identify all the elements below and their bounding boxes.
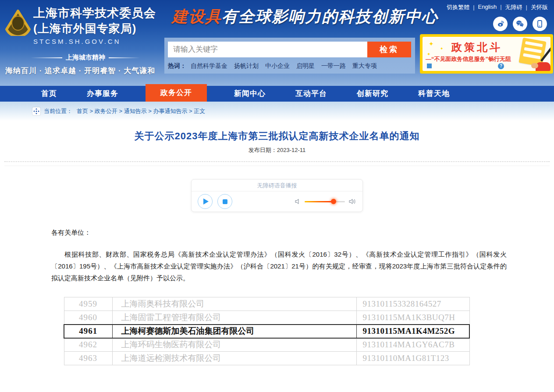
divider-line	[109, 57, 140, 58]
decor-square	[427, 64, 432, 68]
cell-credit-code: 913101153328164527	[356, 297, 469, 311]
nav-item[interactable]: 新闻中心	[231, 86, 268, 102]
sparkle-icon: ✦	[429, 40, 434, 47]
hotword-links: 自然科学基金扬帆计划中小企业启明星一带一路重大专项	[191, 62, 384, 70]
question-icon: ?	[498, 63, 504, 69]
table-row[interactable]: 4960 上海固雷工程管理有限公司 91310115MA1K3BUQ7H	[64, 311, 469, 325]
divider-line	[31, 57, 62, 58]
city-motto: 海纳百川 · 追求卓越 · 开明睿智 · 大气谦和	[5, 66, 155, 76]
cell-credit-code: 91310115MA1K4M252G	[356, 325, 469, 338]
cell-serial-number: 4962	[64, 338, 112, 352]
salutation: 各有关单位：	[51, 229, 554, 237]
hotwords-row: 热词： 自然科学基金扬帆计划中小企业启明星一带一路重大专项	[168, 62, 412, 70]
hotword-link[interactable]: 中小企业	[265, 62, 290, 70]
stop-button[interactable]	[217, 194, 232, 209]
publish-date: 发布日期：2023-12-11	[0, 146, 554, 154]
volume-fill	[305, 201, 334, 202]
utility-link[interactable]: English	[478, 4, 505, 11]
volume-slider[interactable]	[305, 201, 345, 202]
cell-credit-code: 91310110MA1G81T123	[356, 352, 469, 365]
sparkle-icon: ✦	[440, 46, 444, 51]
publish-date-value: 2023-12-11	[277, 147, 306, 153]
stop-icon	[223, 199, 227, 204]
cell-credit-code: 91310115MA1K3BUQ7H	[356, 311, 469, 325]
slogan-rest: 有全球影响力的科技创新中心	[222, 7, 438, 25]
enterprise-table: 4959 上海雨奥科技有限公司 913101153328164527 4960 …	[64, 297, 470, 365]
hand-illustration	[536, 62, 550, 71]
policy-beidou-banner[interactable]: ✦ ✦ ✦ 政策北斗 —“不见面政务信息服务”畅行无阻 ?	[420, 34, 553, 74]
search-button[interactable]: 检索	[367, 42, 411, 57]
cell-serial-number: 4961	[64, 325, 112, 338]
tts-player: 无障碍语音播报	[191, 179, 363, 212]
breadcrumb-item[interactable]: 政务公开	[95, 107, 124, 115]
cell-company-name: 上海道远检测技术有限公司	[112, 352, 356, 365]
breadcrumb: 当前位置： 首页政务公开通知告示办事通知告示正文	[0, 102, 554, 121]
nav-item[interactable]: 创新研究	[354, 86, 391, 102]
hotword-link[interactable]: 重大专项	[352, 62, 377, 70]
volume-knob[interactable]	[331, 199, 336, 204]
breadcrumb-links: 首页政务公开通知告示办事通知告示正文	[77, 107, 205, 115]
hotword-link[interactable]: 启明星	[296, 62, 315, 70]
table-row[interactable]: 4963 上海道远检测技术有限公司 91310110MA1G81T123	[64, 352, 469, 365]
search-input[interactable]	[168, 42, 367, 57]
play-icon	[203, 198, 209, 205]
hotword-link[interactable]: 扬帆计划	[234, 62, 259, 70]
cell-company-name: 上海柯赛德斯加美石油集团有限公司	[112, 325, 356, 338]
speaker-high-icon	[348, 198, 356, 205]
nav-item[interactable]: 科普天地	[416, 86, 452, 102]
hotword-link[interactable]: 自然科学基金	[191, 62, 227, 70]
breadcrumb-label: 当前位置：	[44, 107, 72, 115]
cell-serial-number: 4959	[64, 297, 112, 311]
cell-company-name: 上海雨奥科技有限公司	[112, 297, 356, 311]
cell-company-name: 上海环码生物医药有限公司	[112, 338, 356, 352]
weibo-icon[interactable]	[493, 17, 508, 31]
nav-item[interactable]: 互动平台	[293, 86, 330, 102]
slogan-highlight: 建设具	[172, 7, 222, 25]
main-nav: 首页办事服务政务公开新闻中心互动平台创新研究科普天地	[0, 86, 554, 102]
banner-title: 政策北斗	[451, 40, 502, 54]
breadcrumb-item[interactable]: 办事通知告示	[153, 107, 194, 115]
utility-link[interactable]: 无障碍	[505, 4, 531, 11]
site-logo-icon[interactable]	[4, 9, 32, 36]
mobile-icon[interactable]	[533, 17, 547, 31]
breadcrumb-item[interactable]: 正文	[194, 107, 205, 115]
wechat-icon[interactable]	[513, 17, 527, 31]
cell-company-name: 上海固雷工程管理有限公司	[112, 311, 356, 325]
search-panel: 检索 热词： 自然科学基金扬帆计划中小企业启明星一带一路重大专项	[164, 38, 415, 74]
location-compass-icon	[32, 107, 40, 115]
hotwords-label: 热词：	[168, 62, 186, 70]
speaker-low-icon	[294, 198, 301, 205]
cell-serial-number: 4960	[64, 311, 112, 325]
breadcrumb-item[interactable]: 首页	[77, 107, 95, 115]
city-spirit: 上海城市精神	[31, 53, 140, 62]
utility-link[interactable]: 切换繁體	[447, 4, 478, 11]
cell-serial-number: 4963	[64, 352, 112, 365]
volume-control	[294, 198, 356, 205]
org-title-block: 上海市科学技术委员会 (上海市外国专家局) STCSM.SH.GOV.CN	[33, 5, 156, 45]
city-spirit-label: 上海城市精神	[66, 53, 105, 62]
hairline-divider	[4, 166, 550, 166]
utility-link[interactable]: 关怀版	[531, 4, 548, 11]
publish-date-label: 发布日期：	[249, 147, 277, 153]
page-title: 关于公示2023年度上海市第三批拟认定高新技术企业名单的通知	[0, 130, 554, 143]
top-utility-links: 切换繁體English无障碍关怀版	[447, 4, 548, 11]
play-button[interactable]	[198, 194, 213, 209]
banner-inner: ✦ ✦ ✦ 政策北斗 —“不见面政务信息服务”畅行无阻 ?	[423, 37, 550, 71]
nav-item[interactable]: 首页	[39, 86, 60, 102]
hotword-link[interactable]: 一带一路	[321, 62, 346, 70]
table-row[interactable]: 4959 上海雨奥科技有限公司 913101153328164527	[64, 297, 469, 311]
nav-item[interactable]: 政务公开	[146, 84, 207, 102]
nav-item[interactable]: 办事服务	[84, 86, 121, 102]
calligraphy-slogan: 建设具有全球影响力的科技创新中心	[172, 6, 438, 28]
table-row[interactable]: 4962 上海环码生物医药有限公司 91310114MA1GY6AC7B	[64, 338, 469, 352]
org-domain: STCSM.SH.GOV.CN	[33, 38, 156, 45]
banner-subtitle: —“不见面政务信息服务”畅行无阻	[426, 55, 511, 63]
cell-credit-code: 91310114MA1GY6AC7B	[356, 338, 469, 352]
notice-paragraph: 根据科技部、财政部、国家税务总局《高新技术企业认定管理办法》（国科发火〔2016…	[51, 248, 507, 284]
social-icons	[493, 17, 547, 31]
tts-player-title: 无障碍语音播报	[192, 180, 362, 191]
dotted-divider	[4, 161, 550, 162]
table-row[interactable]: 4961 上海柯赛德斯加美石油集团有限公司 91310115MA1K4M252G	[64, 325, 469, 338]
org-name-line2: (上海市外国专家局)	[33, 21, 156, 36]
breadcrumb-item[interactable]: 通知告示	[124, 107, 153, 115]
